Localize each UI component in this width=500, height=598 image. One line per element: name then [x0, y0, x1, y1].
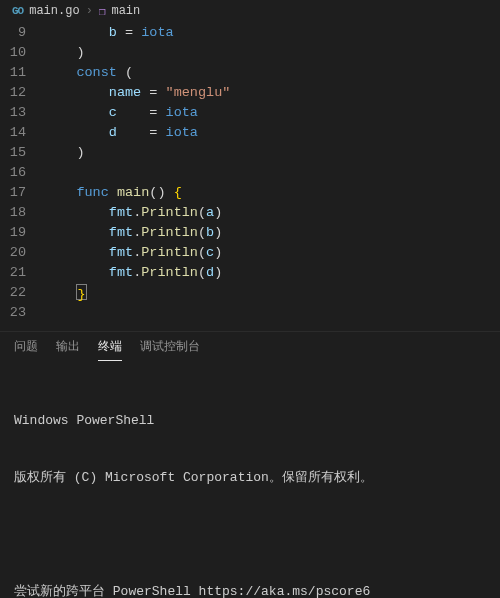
panel-tab-2[interactable]: 终端: [98, 338, 122, 361]
code-content[interactable]: c = iota: [44, 103, 500, 123]
code-content[interactable]: fmt.Println(c): [44, 243, 500, 263]
line-number: 12: [0, 83, 44, 103]
terminal-line: 版权所有 (C) Microsoft Corporation。保留所有权利。: [14, 468, 486, 487]
code-line[interactable]: 11 const (: [0, 63, 500, 83]
line-number: 14: [0, 123, 44, 143]
code-editor[interactable]: 9 b = iota10 )11 const (12 name = "mengl…: [0, 23, 500, 331]
code-line[interactable]: 19 fmt.Println(b): [0, 223, 500, 243]
breadcrumb-symbol[interactable]: main: [111, 4, 140, 18]
code-line[interactable]: 9 b = iota: [0, 23, 500, 43]
line-number: 13: [0, 103, 44, 123]
code-line[interactable]: 18 fmt.Println(a): [0, 203, 500, 223]
code-content[interactable]: const (: [44, 63, 500, 83]
breadcrumb: GO main.go › ❒ main: [0, 0, 500, 23]
terminal-line: 尝试新的跨平台 PowerShell https://aka.ms/pscore…: [14, 582, 486, 598]
code-content[interactable]: fmt.Println(a): [44, 203, 500, 223]
line-number: 18: [0, 203, 44, 223]
line-number: 22: [0, 283, 44, 303]
terminal[interactable]: Windows PowerShell 版权所有 (C) Microsoft Co…: [0, 361, 500, 598]
go-file-icon: GO: [12, 5, 23, 17]
code-content[interactable]: d = iota: [44, 123, 500, 143]
code-line[interactable]: 14 d = iota: [0, 123, 500, 143]
symbol-icon: ❒: [99, 5, 106, 18]
code-content[interactable]: ): [44, 143, 500, 163]
line-number: 9: [0, 23, 44, 43]
code-content[interactable]: [44, 163, 500, 183]
terminal-line: Windows PowerShell: [14, 411, 486, 430]
code-line[interactable]: 21 fmt.Println(d): [0, 263, 500, 283]
code-content[interactable]: func main() {: [44, 183, 500, 203]
code-content[interactable]: ): [44, 43, 500, 63]
breadcrumb-file[interactable]: main.go: [29, 4, 79, 18]
code-line[interactable]: 22 }: [0, 283, 500, 303]
line-number: 16: [0, 163, 44, 183]
terminal-blank: [14, 525, 486, 544]
code-line[interactable]: 17 func main() {: [0, 183, 500, 203]
code-line[interactable]: 10 ): [0, 43, 500, 63]
line-number: 17: [0, 183, 44, 203]
panel-tab-3[interactable]: 调试控制台: [140, 338, 200, 361]
line-number: 11: [0, 63, 44, 83]
code-content[interactable]: fmt.Println(d): [44, 263, 500, 283]
panel-tab-0[interactable]: 问题: [14, 338, 38, 361]
panel-tab-1[interactable]: 输出: [56, 338, 80, 361]
code-line[interactable]: 15 ): [0, 143, 500, 163]
line-number: 20: [0, 243, 44, 263]
code-line[interactable]: 13 c = iota: [0, 103, 500, 123]
line-number: 10: [0, 43, 44, 63]
line-number: 23: [0, 303, 44, 323]
code-content[interactable]: name = "menglu": [44, 83, 500, 103]
code-content[interactable]: fmt.Println(b): [44, 223, 500, 243]
code-content[interactable]: b = iota: [44, 23, 500, 43]
line-number: 19: [0, 223, 44, 243]
code-line[interactable]: 12 name = "menglu": [0, 83, 500, 103]
panel-tabs: 问题输出终端调试控制台: [0, 331, 500, 361]
line-number: 21: [0, 263, 44, 283]
code-content[interactable]: [44, 303, 500, 323]
code-line[interactable]: 20 fmt.Println(c): [0, 243, 500, 263]
code-content[interactable]: }: [44, 283, 500, 303]
chevron-right-icon: ›: [86, 4, 93, 18]
code-line[interactable]: 16: [0, 163, 500, 183]
line-number: 15: [0, 143, 44, 163]
code-line[interactable]: 23: [0, 303, 500, 323]
